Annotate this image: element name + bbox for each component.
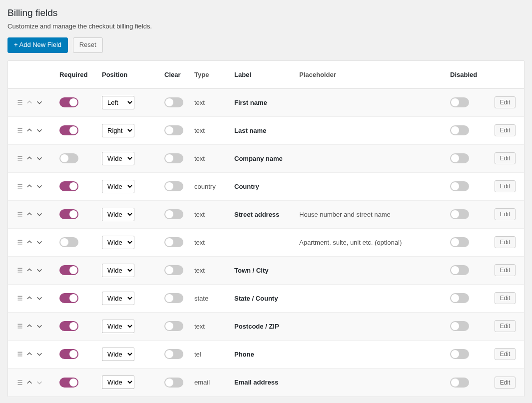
edit-button[interactable]: Edit <box>495 348 516 360</box>
svg-rect-10 <box>18 186 22 187</box>
required-toggle[interactable] <box>59 237 78 247</box>
edit-button[interactable]: Edit <box>495 208 516 220</box>
drag-handle-icon[interactable] <box>17 239 23 245</box>
move-down-icon[interactable] <box>36 323 43 330</box>
drag-handle-icon[interactable] <box>17 183 23 189</box>
move-up-icon[interactable] <box>26 379 33 386</box>
move-up-icon[interactable] <box>26 267 33 274</box>
svg-rect-23 <box>18 300 22 301</box>
svg-rect-29 <box>18 356 22 357</box>
move-up-icon[interactable] <box>26 211 33 218</box>
move-down-icon[interactable] <box>36 239 43 246</box>
clear-toggle[interactable] <box>164 125 183 135</box>
position-select[interactable]: LeftRightWide <box>102 348 134 361</box>
disabled-toggle[interactable] <box>450 237 469 247</box>
clear-toggle[interactable] <box>164 237 183 247</box>
position-select[interactable]: LeftRightWide <box>102 152 134 165</box>
drag-handle-icon[interactable] <box>17 155 23 161</box>
required-toggle[interactable] <box>59 125 78 135</box>
move-down-icon[interactable] <box>36 99 43 106</box>
move-down-icon[interactable] <box>36 155 43 162</box>
required-toggle[interactable] <box>59 153 78 163</box>
required-toggle[interactable] <box>59 349 78 359</box>
clear-toggle[interactable] <box>164 293 183 303</box>
disabled-toggle[interactable] <box>450 378 469 388</box>
move-down-icon[interactable] <box>36 267 43 274</box>
position-select[interactable]: LeftRightWide <box>102 124 134 137</box>
move-down-icon[interactable] <box>36 351 43 358</box>
position-select[interactable]: LeftRightWide <box>102 264 134 277</box>
move-down-icon[interactable] <box>36 127 43 134</box>
disabled-toggle[interactable] <box>450 153 469 163</box>
type-cell: tel <box>194 351 234 358</box>
required-toggle[interactable] <box>59 293 78 303</box>
table-row: LeftRightWidestateState / CountyEdit <box>8 285 524 313</box>
reset-button[interactable]: Reset <box>73 37 103 53</box>
move-up-icon[interactable] <box>26 239 33 246</box>
svg-rect-16 <box>18 242 22 243</box>
disabled-toggle[interactable] <box>450 321 469 331</box>
svg-rect-12 <box>18 212 22 213</box>
move-up-icon[interactable] <box>26 183 33 190</box>
label-cell: Phone <box>234 351 299 358</box>
disabled-toggle[interactable] <box>450 349 469 359</box>
position-select[interactable]: LeftRightWide <box>102 320 134 333</box>
edit-button[interactable]: Edit <box>495 124 516 136</box>
disabled-toggle[interactable] <box>450 181 469 191</box>
move-up-icon[interactable] <box>26 323 33 330</box>
edit-button[interactable]: Edit <box>495 292 516 304</box>
required-toggle[interactable] <box>59 265 78 275</box>
clear-toggle[interactable] <box>164 349 183 359</box>
edit-button[interactable]: Edit <box>495 152 516 164</box>
disabled-toggle[interactable] <box>450 125 469 135</box>
clear-toggle[interactable] <box>164 209 183 219</box>
clear-toggle[interactable] <box>164 265 183 275</box>
disabled-toggle[interactable] <box>450 265 469 275</box>
edit-button[interactable]: Edit <box>495 320 516 332</box>
drag-handle-icon[interactable] <box>17 211 23 217</box>
position-select[interactable]: LeftRightWide <box>102 376 134 389</box>
type-cell: country <box>194 183 234 190</box>
position-select[interactable]: LeftRightWide <box>102 292 134 305</box>
move-up-icon[interactable] <box>26 351 33 358</box>
edit-button[interactable]: Edit <box>495 264 516 276</box>
required-toggle[interactable] <box>59 321 78 331</box>
drag-handle-icon[interactable] <box>17 323 23 329</box>
move-down-icon[interactable] <box>36 211 43 218</box>
position-select[interactable]: LeftRightWide <box>102 96 134 109</box>
required-toggle[interactable] <box>59 181 78 191</box>
move-up-icon[interactable] <box>26 127 33 134</box>
required-toggle[interactable] <box>59 97 78 107</box>
edit-button[interactable]: Edit <box>495 236 516 248</box>
edit-button[interactable]: Edit <box>495 96 516 108</box>
drag-handle-icon[interactable] <box>17 267 23 273</box>
drag-handle-icon[interactable] <box>17 127 23 133</box>
clear-toggle[interactable] <box>164 321 183 331</box>
edit-button[interactable]: Edit <box>495 180 516 192</box>
clear-toggle[interactable] <box>164 378 183 388</box>
clear-toggle[interactable] <box>164 181 183 191</box>
move-up-icon[interactable] <box>26 295 33 302</box>
edit-button[interactable]: Edit <box>495 377 516 389</box>
disabled-toggle[interactable] <box>450 293 469 303</box>
col-header-type: Type <box>194 71 234 78</box>
move-down-icon[interactable] <box>36 183 43 190</box>
required-toggle[interactable] <box>59 209 78 219</box>
drag-handle-icon[interactable] <box>17 380 23 386</box>
disabled-toggle[interactable] <box>450 209 469 219</box>
drag-handle-icon[interactable] <box>17 351 23 357</box>
move-down-icon[interactable] <box>36 295 43 302</box>
col-header-label: Label <box>234 71 299 78</box>
add-new-field-button[interactable]: + Add New Field <box>7 37 68 53</box>
clear-toggle[interactable] <box>164 153 183 163</box>
position-select[interactable]: LeftRightWide <box>102 180 134 193</box>
clear-toggle[interactable] <box>164 97 183 107</box>
position-select[interactable]: LeftRightWide <box>102 208 134 221</box>
drag-handle-icon[interactable] <box>17 295 23 301</box>
table-row: LeftRightWidetextTown / CityEdit <box>8 257 524 285</box>
drag-handle-icon[interactable] <box>17 99 23 105</box>
disabled-toggle[interactable] <box>450 97 469 107</box>
move-up-icon[interactable] <box>26 155 33 162</box>
position-select[interactable]: LeftRightWide <box>102 236 134 249</box>
required-toggle[interactable] <box>59 378 78 388</box>
